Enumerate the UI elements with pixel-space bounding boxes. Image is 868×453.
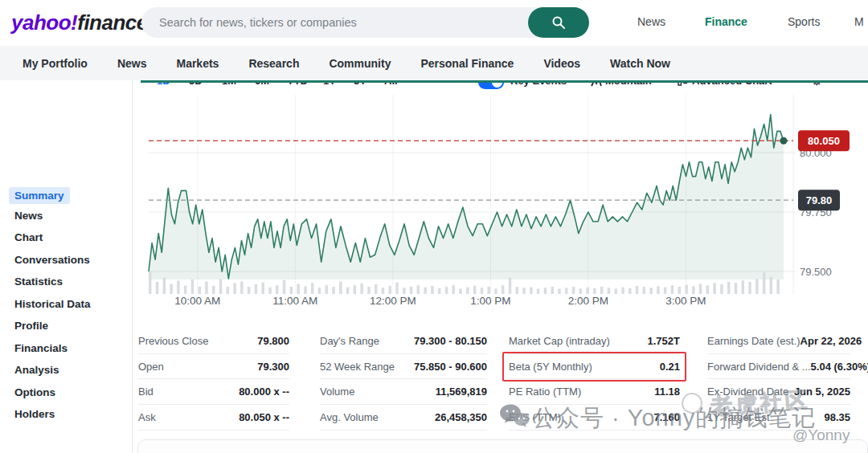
sidebar-item-historical-data[interactable]: Historical Data (14, 298, 91, 310)
stat-label: Earnings Date (est.) (707, 335, 800, 347)
watermark-handle: @Yonny (792, 426, 850, 444)
nav-item-research[interactable]: Research (248, 57, 299, 70)
svg-text:3:00 PM: 3:00 PM (665, 295, 706, 307)
stat-value: 5.04 (6.30%) (811, 361, 868, 373)
search-bar (141, 7, 589, 38)
stat-value: 79.800 (257, 335, 289, 347)
stat-label: Ask (138, 411, 156, 423)
stat-label: Bid (138, 386, 154, 398)
header-link-news[interactable]: News (637, 15, 665, 28)
price-chart[interactable]: 80.00079.75079.50010:00 AM11:00 AM12:00 … (141, 80, 868, 321)
svg-text:1:00 PM: 1:00 PM (470, 295, 510, 307)
sidebar-item-statistics[interactable]: Statistics (14, 275, 63, 288)
stat-row: Avg. Volume26,458,350 (320, 405, 487, 431)
quote-column-1: Previous Close79.800Open79.300Bid80.000 … (138, 329, 289, 431)
sidebar-item-conversations[interactable]: Conversations (14, 254, 90, 266)
stat-value: 80.000 x -- (239, 386, 289, 398)
stat-value: 98.35 (824, 411, 850, 423)
nav-item-news[interactable]: News (117, 57, 147, 70)
next-section-card (137, 439, 868, 453)
stat-row: Ask80.050 x -- (138, 405, 289, 431)
stat-value: 80.050 x -- (239, 411, 289, 423)
stat-row: Forward Dividend & ...5.04 (6.30%) (707, 354, 850, 380)
stat-row: Earnings Date (est.)Apr 22, 2026 (707, 329, 850, 354)
stat-row: Market Cap (intraday)1.752T (509, 329, 680, 354)
stat-row: Beta (5Y Monthly)0.21 (509, 354, 680, 380)
stat-value: 0.21 (660, 361, 680, 373)
wechat-icon (498, 403, 530, 432)
stat-label: PE Ratio (TTM) (509, 386, 581, 398)
svg-text:11:00 AM: 11:00 AM (272, 295, 317, 307)
stat-row: Open79.300 (138, 354, 289, 380)
stat-label: Previous Close (138, 335, 208, 347)
quote-sidebar: SummaryNewsChartConversationsStatisticsH… (0, 80, 133, 453)
sidebar-item-profile[interactable]: Profile (14, 320, 48, 332)
search-button[interactable] (528, 7, 589, 38)
search-input[interactable] (141, 7, 519, 38)
stat-row: Bid80.000 x -- (138, 379, 289, 405)
sidebar-item-financials[interactable]: Financials (14, 342, 68, 354)
stat-label: Avg. Volume (320, 411, 379, 423)
sidebar-item-news[interactable]: News (14, 210, 43, 222)
stat-label: Beta (5Y Monthly) (509, 361, 592, 373)
stat-row: Volume11,569,819 (320, 379, 487, 405)
stat-value: 79.300 (257, 361, 289, 373)
stat-row: Day's Range79.300 - 80.150 (320, 329, 487, 354)
stat-row: 52 Week Range75.850 - 90.600 (320, 354, 487, 380)
stat-value: Apr 22, 2026 (800, 335, 862, 347)
stat-value: 1.752T (648, 335, 680, 347)
stat-value: 79.300 - 80.150 (414, 335, 487, 347)
logo-product: finance (77, 10, 148, 35)
quote-column-2: Day's Range79.300 - 80.15052 Week Range7… (320, 329, 487, 431)
search-icon (551, 15, 566, 30)
nav-item-personal-finance[interactable]: Personal Finance (420, 57, 514, 70)
logo-brand: yahoo! (11, 10, 77, 35)
sidebar-item-analysis[interactable]: Analysis (14, 364, 59, 376)
svg-text:79.80: 79.80 (806, 194, 833, 206)
nav-item-watch-now[interactable]: Watch Now (610, 57, 670, 70)
stat-row: Previous Close79.800 (138, 329, 289, 354)
watermark-wechat-text: 公众号 · Yonny的搞钱笔记 (532, 402, 816, 435)
svg-text:79.500: 79.500 (800, 266, 832, 278)
stat-value: 11.18 (654, 386, 680, 398)
nav-item-markets[interactable]: Markets (176, 57, 219, 70)
sidebar-item-summary[interactable]: Summary (9, 187, 70, 204)
stat-label: Forward Dividend & ... (707, 361, 811, 373)
stat-value: 26,458,350 (435, 411, 487, 423)
finance-nav: My PortfolioNewsMarketsResearchCommunity… (0, 46, 868, 80)
stat-row: PE Ratio (TTM)11.18 (509, 379, 680, 405)
svg-text:80.050: 80.050 (808, 135, 840, 147)
yahoo-finance-logo[interactable]: yahoo!finance (11, 10, 148, 35)
sidebar-item-options[interactable]: Options (14, 386, 55, 398)
nav-item-videos[interactable]: Videos (543, 57, 580, 70)
top-header: yahoo!finance NewsFinanceSportsM (0, 0, 868, 46)
stat-label: Day's Range (320, 335, 379, 347)
stat-label: Open (138, 361, 164, 373)
header-link-finance[interactable]: Finance (705, 15, 747, 28)
svg-text:10:00 AM: 10:00 AM (174, 295, 220, 307)
stat-value: 11,569,819 (436, 386, 487, 398)
svg-text:12:00 PM: 12:00 PM (370, 295, 416, 307)
nav-item-community[interactable]: Community (329, 57, 391, 70)
stat-label: 52 Week Range (320, 361, 395, 373)
sidebar-item-chart[interactable]: Chart (14, 231, 43, 243)
yahoo-finance-page: yahoo!finance NewsFinanceSportsM My Port… (0, 0, 868, 453)
sidebar-item-holders[interactable]: Holders (14, 408, 55, 420)
stat-label: Market Cap (intraday) (509, 335, 610, 347)
stat-label: Volume (320, 386, 354, 398)
stat-value: 75.850 - 90.600 (414, 361, 487, 373)
nav-item-my-portfolio[interactable]: My Portfolio (23, 57, 88, 70)
header-link-m[interactable]: M (854, 15, 864, 28)
header-link-sports[interactable]: Sports (788, 15, 820, 28)
svg-text:2:00 PM: 2:00 PM (568, 295, 608, 307)
